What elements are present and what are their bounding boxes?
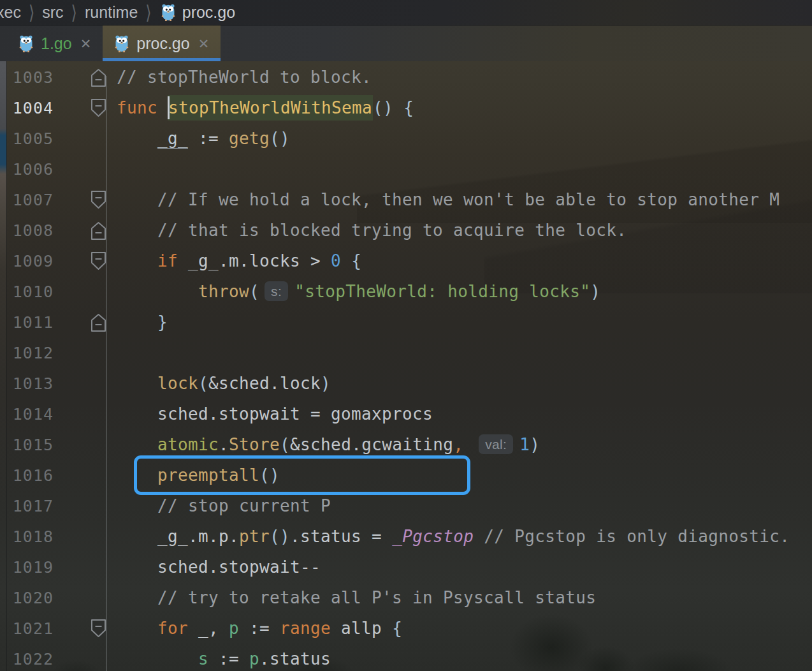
fold-marker-icon[interactable]	[90, 619, 107, 638]
token-pl	[117, 496, 157, 515]
token-pl	[393, 98, 403, 117]
go-gopher-icon	[161, 4, 176, 21]
code-line-1004[interactable]: 1004func stopTheWorldWithSema() {	[0, 92, 812, 123]
token-pl	[117, 190, 157, 209]
gutter-fold-cell[interactable]	[54, 613, 117, 644]
code-line-1011[interactable]: 1011 }	[0, 307, 812, 337]
token-kw: func	[117, 98, 157, 117]
tab-label: proc.go	[136, 34, 189, 53]
token-pun: {	[403, 98, 414, 117]
line-number: 1022	[0, 650, 54, 668]
code-line-1017[interactable]: 1017 // stop current P	[0, 490, 812, 521]
token-pl: .status	[259, 649, 331, 668]
gutter-fold-cell[interactable]	[54, 307, 117, 337]
tab-label: 1.go	[41, 34, 72, 53]
gutter-fold-cell[interactable]	[54, 215, 117, 246]
token-com: // Pgcstop is only diagnostic.	[484, 527, 790, 546]
code-line-1022[interactable]: 1022 s := p.status	[0, 644, 812, 671]
code-text: // try to retake all P's in Psyscall sta…	[117, 582, 596, 613]
line-number: 1016	[0, 466, 54, 485]
code-line-1016[interactable]: 1016 preemptall()	[0, 460, 812, 490]
code-line-1003[interactable]: 1003// stopTheWorld to block.	[0, 62, 812, 92]
go-gopher-icon	[114, 35, 129, 52]
token-fn: getg	[229, 129, 270, 148]
tab-1.go[interactable]: 1.go✕	[7, 26, 103, 61]
code-text: _g_.m.p.ptr().status = _Pgcstop // Pgcst…	[117, 521, 790, 552]
token-com: // stopTheWorld to block.	[117, 68, 372, 87]
line-number: 1017	[0, 497, 54, 515]
breadcrumb-item-proc.go[interactable]: proc.go	[182, 3, 235, 22]
token-pl: _,	[188, 619, 229, 638]
token-pl	[117, 129, 157, 148]
code-editor[interactable]: 1003// stopTheWorld to block.1004func st…	[0, 62, 812, 671]
fold-marker-icon[interactable]	[90, 313, 107, 332]
token-pun: ()	[270, 129, 290, 148]
close-icon[interactable]: ✕	[79, 36, 93, 52]
close-icon[interactable]: ✕	[197, 36, 211, 52]
code-text: }	[117, 307, 168, 337]
tab-proc.go[interactable]: proc.go✕	[103, 26, 221, 61]
token-pl: _g_.m.p.	[157, 527, 239, 546]
token-num: 0	[331, 251, 341, 270]
line-number: 1015	[0, 436, 54, 454]
token-pl	[341, 251, 351, 270]
gutter-fold-cell	[54, 490, 117, 521]
token-pl: allp	[331, 619, 392, 638]
parameter-hint-chip: val:	[479, 434, 513, 454]
token-pl: .	[219, 435, 229, 454]
code-line-1013[interactable]: 1013 lock(&sched.lock)	[0, 368, 812, 399]
gutter-fold-cell	[54, 429, 117, 460]
token-pl	[117, 466, 157, 485]
fold-marker-icon[interactable]	[90, 251, 107, 271]
token-pl	[117, 649, 198, 668]
line-number: 1012	[0, 344, 54, 362]
code-line-1008[interactable]: 1008 // that is blocked trying to acquir…	[0, 215, 812, 246]
code-text: // that is blocked trying to acquire the…	[117, 215, 627, 246]
gutter-fold-cell[interactable]	[54, 92, 117, 123]
token-it: _Pgcstop	[392, 527, 474, 546]
token-pl: sched.stopwait--	[117, 557, 321, 577]
token-str: "stopTheWorld: holding locks"	[294, 282, 590, 301]
token-kw: if	[157, 251, 178, 270]
gutter-fold-cell	[54, 582, 117, 613]
fold-marker-icon[interactable]	[90, 190, 107, 210]
token-pl: .status =	[290, 527, 392, 546]
code-line-1005[interactable]: 1005 _g_ := getg()	[0, 123, 812, 154]
code-line-1019[interactable]: 1019 sched.stopwait--	[0, 552, 812, 582]
line-number: 1006	[0, 160, 54, 179]
gutter-fold-cell[interactable]	[54, 184, 117, 215]
breadcrumb-item-xec[interactable]: xec	[0, 3, 21, 22]
gutter-fold-cell	[54, 521, 117, 552]
token-pl	[117, 251, 157, 270]
line-number: 1010	[0, 283, 54, 301]
token-pl	[474, 527, 484, 546]
token-ul: _g_	[157, 129, 188, 149]
fold-marker-icon[interactable]	[90, 98, 107, 118]
token-pl	[117, 221, 157, 240]
breadcrumb-item-runtime[interactable]: runtime	[85, 3, 138, 22]
fold-marker-icon[interactable]	[90, 221, 107, 240]
token-kw: for	[157, 619, 188, 638]
token-pl	[463, 435, 474, 454]
token-pl	[117, 313, 157, 332]
code-line-1009[interactable]: 1009 if _g_.m.locks > 0 {	[0, 246, 812, 276]
token-decl: stopTheWorldWithSema	[168, 95, 373, 121]
code-line-1021[interactable]: 1021 for _, p := range allp {	[0, 613, 812, 644]
gutter-fold-cell[interactable]	[54, 62, 117, 92]
code-text: // If we hold a lock, then we won't be a…	[117, 184, 779, 215]
fold-marker-icon[interactable]	[90, 68, 107, 87]
code-line-1014[interactable]: 1014 sched.stopwait = gomaxprocs	[0, 399, 812, 429]
breadcrumb-item-src[interactable]: src	[42, 3, 63, 22]
token-kw: range	[280, 619, 331, 638]
code-line-1007[interactable]: 1007 // If we hold a lock, then we won't…	[0, 184, 812, 215]
code-line-1006[interactable]: 1006	[0, 154, 812, 184]
code-line-1018[interactable]: 1018 _g_.m.p.ptr().status = _Pgcstop // …	[0, 521, 812, 552]
token-com: // If we hold a lock, then we won't be a…	[157, 190, 779, 209]
code-line-1012[interactable]: 1012	[0, 337, 812, 368]
code-line-1010[interactable]: 1010 throw(s:"stopTheWorld: holding lock…	[0, 276, 812, 307]
code-line-1015[interactable]: 1015 atomic.Store(&sched.gcwaiting, val:…	[0, 429, 812, 460]
code-line-1020[interactable]: 1020 // try to retake all P's in Psyscal…	[0, 582, 812, 613]
token-pun: )	[321, 374, 331, 393]
gutter-fold-cell[interactable]	[54, 246, 117, 276]
go-gopher-icon	[18, 35, 34, 52]
